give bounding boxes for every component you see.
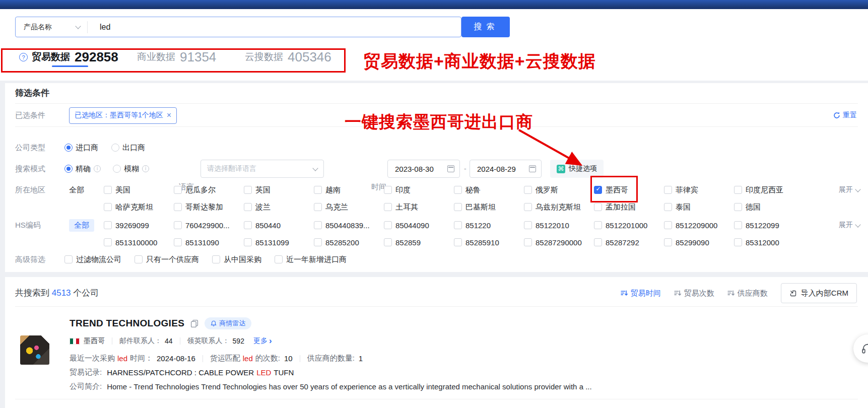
selected-region-tag-text: 已选地区：墨西哥等1个地区 xyxy=(75,111,163,120)
region-checkbox[interactable]: 美国 xyxy=(104,185,174,195)
region-checkbox[interactable]: 泰国 xyxy=(664,202,734,212)
date-from-input[interactable]: 2023-08-30 xyxy=(387,160,460,178)
more-link[interactable]: 更多 xyxy=(253,336,272,346)
selected-conditions-row: 已选条件 已选地区：墨西哥等1个地区 重置 xyxy=(5,106,868,124)
help-circle-icon[interactable]: ? xyxy=(19,53,28,61)
hs-checkbox[interactable]: 851220 xyxy=(454,221,524,230)
hs-checkbox[interactable]: 85287290000 xyxy=(524,238,594,247)
tab-business-data[interactable]: 商业数据 91354 xyxy=(137,48,216,65)
checkbox-label: 850440839... xyxy=(325,221,370,230)
company-name[interactable]: TREND TECHNOLOGIES xyxy=(70,318,184,329)
region-checkbox[interactable]: 英国 xyxy=(244,185,314,195)
tab-cloud-search-data[interactable]: 云搜数据 405346 xyxy=(245,48,331,65)
search-input[interactable] xyxy=(88,18,461,36)
hs-checkbox[interactable]: 85285200 xyxy=(314,238,384,247)
advanced-checkbox[interactable]: 近一年新增进口商 xyxy=(275,255,347,264)
hs-checkbox[interactable]: 8513100000 xyxy=(104,238,174,247)
region-checkbox[interactable]: 巴基斯坦 xyxy=(454,202,524,212)
checkbox-icon xyxy=(664,186,672,194)
language-select[interactable]: 请选择翻译语言 xyxy=(201,160,324,178)
region-label: 所在地区 xyxy=(15,181,45,199)
hs-checkbox[interactable]: 85044090 xyxy=(384,221,454,230)
checkbox-icon xyxy=(174,238,182,246)
region-checkbox[interactable]: 秘鲁 xyxy=(454,185,524,195)
hs-expand-button[interactable]: 展开 xyxy=(839,216,860,234)
region-checkbox[interactable]: 印度 xyxy=(384,185,454,195)
checkbox-label: 孟加拉国 xyxy=(606,202,636,212)
sort-icon xyxy=(674,290,681,297)
hs-checkbox[interactable]: 85287292 xyxy=(594,238,664,247)
region-checkbox[interactable]: 哈萨克斯坦 xyxy=(104,202,174,212)
business-radar-badge[interactable]: 商情雷达 xyxy=(205,317,251,329)
region-checkbox[interactable]: 孟加拉国 xyxy=(594,202,664,212)
region-checkbox[interactable]: 土耳其 xyxy=(384,202,454,212)
checkbox-icon xyxy=(454,238,462,246)
region-checkbox[interactable]: 哥斯达黎加 xyxy=(174,202,244,212)
hs-checkbox[interactable]: 85312000 xyxy=(734,238,804,247)
radio-exact-mode[interactable]: 精确 xyxy=(64,164,101,174)
quick-options-button[interactable]: 快捷选项 xyxy=(550,160,604,178)
region-checkbox[interactable]: 印度尼西亚 xyxy=(734,185,804,195)
close-icon[interactable] xyxy=(167,111,171,119)
sort-by-supplier-count[interactable]: 供应商数 xyxy=(727,289,768,298)
region-checkbox[interactable]: 厄瓜多尔 xyxy=(174,185,244,195)
radio-exporter[interactable]: 出口商 xyxy=(111,143,145,153)
hs-checkbox[interactable]: 85131090 xyxy=(174,238,244,247)
region-expand-button[interactable]: 展开 xyxy=(839,181,860,199)
hs-all-button[interactable]: 全部 xyxy=(69,219,94,232)
region-checkbox[interactable]: 波兰 xyxy=(244,202,314,212)
radio-selected-icon xyxy=(64,144,73,152)
checkbox-label: 只有一个供应商 xyxy=(146,255,199,264)
chevron-down-icon xyxy=(312,165,318,171)
advanced-checkbox[interactable]: 从中国采购 xyxy=(212,255,261,264)
region-checkbox[interactable]: 乌克兰 xyxy=(314,202,384,212)
checkbox-label: 39269099 xyxy=(115,221,149,230)
checkbox-icon xyxy=(174,221,182,229)
hs-checkbox[interactable]: 85285910 xyxy=(454,238,524,247)
search-button[interactable]: 搜索 xyxy=(461,17,510,37)
hs-checkbox[interactable]: 85131099 xyxy=(244,238,314,247)
sort-by-trade-time[interactable]: 贸易时间 xyxy=(621,289,661,298)
advanced-checkbox[interactable]: 过滤物流公司 xyxy=(64,255,121,264)
hs-checkbox[interactable]: 8512201000 xyxy=(594,221,664,230)
radio-importer[interactable]: 进口商 xyxy=(64,143,98,153)
selected-region-tag[interactable]: 已选地区：墨西哥等1个地区 xyxy=(69,107,177,124)
hs-checkbox[interactable]: 852859 xyxy=(384,238,454,247)
hs-checkbox[interactable]: 39269099 xyxy=(104,221,174,230)
hs-checkbox[interactable]: 760429900... xyxy=(174,221,244,230)
hs-checkbox[interactable]: 85122099 xyxy=(734,221,804,230)
purchase-time-label: 时间： xyxy=(130,354,153,363)
advanced-checkbox[interactable]: 只有一个供应商 xyxy=(135,255,199,264)
checkbox-label: 巴基斯坦 xyxy=(465,202,496,212)
tab-trade-data[interactable]: ? 贸易数据 292858 xyxy=(19,48,118,65)
results-summary: 共搜索到 4513 个公司 xyxy=(15,283,99,303)
info-icon[interactable] xyxy=(142,165,149,172)
search-category-dropdown[interactable]: 产品名称 xyxy=(16,17,87,37)
hs-checkbox[interactable]: 850440 xyxy=(244,221,314,230)
hs-checkbox[interactable]: 8512209000 xyxy=(664,221,734,230)
hs-checkbox[interactable]: 85299090 xyxy=(664,238,734,247)
copy-icon[interactable] xyxy=(190,319,198,327)
date-to-input[interactable]: 2024-08-29 xyxy=(470,160,542,178)
sort-by-trade-count[interactable]: 贸易次数 xyxy=(674,289,714,298)
region-checkbox[interactable]: 德国 xyxy=(734,202,804,212)
import-crm-button[interactable]: 导入内部CRM xyxy=(781,283,857,303)
reset-button[interactable]: 重置 xyxy=(833,106,857,124)
region-checkbox[interactable]: 越南 xyxy=(314,185,384,195)
radio-fuzzy-mode[interactable]: 模糊 xyxy=(113,164,149,174)
hs-checkbox[interactable]: 85122010 xyxy=(524,221,594,230)
sort-icon xyxy=(621,290,628,297)
region-checkbox[interactable]: 菲律宾 xyxy=(664,185,734,195)
more-label: 更多 xyxy=(253,336,268,346)
region-checkbox[interactable]: 乌兹别克斯坦 xyxy=(524,202,594,212)
checkbox-icon xyxy=(244,203,252,211)
checkbox-icon xyxy=(104,221,112,229)
checkbox-icon xyxy=(314,203,322,211)
region-all-button[interactable]: 全部 xyxy=(69,185,104,195)
info-icon[interactable] xyxy=(94,165,101,172)
region-checkbox-mexico[interactable]: 墨西哥 xyxy=(594,185,664,195)
region-checkbox[interactable]: 俄罗斯 xyxy=(524,185,594,195)
company-thumbnail[interactable] xyxy=(20,335,49,365)
checkbox-icon xyxy=(734,203,742,211)
hs-checkbox[interactable]: 850440839... xyxy=(314,221,384,230)
